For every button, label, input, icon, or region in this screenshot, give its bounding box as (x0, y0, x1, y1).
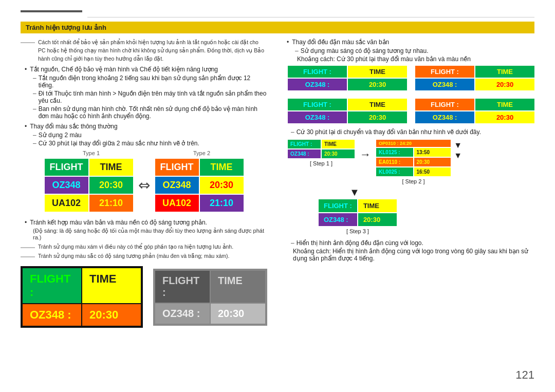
down-arrow1-icon: ▼ (454, 141, 462, 150)
step1-label: [ Step 1 ] (310, 160, 332, 166)
t1-ua-cell: UA102 (45, 195, 88, 212)
s3-r2c1: OZ348 : (319, 213, 357, 226)
bullet3-text: Tránh kết hợp màu văn bản và màu nền có … (30, 219, 207, 226)
bullet-dot-3: • (25, 219, 27, 226)
ra1-2030: 20:30 (348, 79, 407, 90)
step2-block: OP0310 : 24:20 KL0125 : 13:50 EA0110 : 2… (376, 140, 451, 184)
dash-icon: – (33, 105, 36, 120)
t1-2110-cell: 21:10 (89, 195, 133, 212)
s2-r1c2: 13:50 (414, 148, 451, 157)
rb2-flight: FLIGHT : (415, 99, 474, 110)
bb-2030: 20:30 (82, 304, 141, 326)
right-bullet-text: Thay đổi đều đặn màu sắc văn bản (292, 39, 389, 46)
t2-flight-cell: FLIGHT (155, 159, 199, 176)
header-left-bar (21, 10, 82, 12)
footer2-text: Khoảng cách: Hiển thị hình ảnh động cùng… (293, 248, 534, 262)
swap-arrow-icon: ⇔ (138, 177, 150, 194)
dash-icon: – (295, 47, 299, 54)
sub1a-text: Tắt nguồn điện trong khoảng 2 tiếng sau … (39, 74, 267, 89)
bottom-board-black: FLIGHT : TIME OZ348 : 20:30 (21, 266, 143, 328)
dash-icon: – (291, 239, 294, 247)
sub1c-text: Ban nên sử dụng màn hình chờ. Tốt nhất n… (39, 105, 257, 120)
bb-flight: FLIGHT : (23, 268, 81, 303)
s3-r2c2: 20:30 (358, 213, 397, 226)
t2-ua-cell: UA102 (155, 195, 199, 212)
type2-board: FLIGHT TIME OZ348 20:30 UA102 21:10 (155, 159, 244, 212)
t2-2110-cell: 21:10 (200, 195, 244, 212)
type1-board: FLIGHT TIME OZ348 20:30 UA102 21:10 (45, 159, 133, 212)
step3-label: [ Step 3 ] (346, 228, 369, 234)
section-title: Tránh hiện tượng lưu ảnh (21, 22, 534, 33)
s2-r2c2: 20:30 (414, 158, 451, 166)
bg-2030: 20:30 (211, 304, 265, 324)
rb2-time: TIME (475, 99, 534, 110)
dash-icon: – (33, 132, 36, 139)
bullet1-text: Tắt nguồn, Chế độ bảo vệ màn hình và Chế… (30, 66, 218, 73)
right-sub-a: Sử dụng màu sáng có độ sáng tương tự nha… (301, 47, 429, 54)
bg-flight: FLIGHT : (155, 271, 210, 303)
gray-dash2-text: Tránh sử dụng màu sắc có độ sáng tương p… (38, 253, 230, 259)
t1-2030-cell: 20:30 (89, 177, 133, 194)
dash-icon: – (33, 90, 36, 104)
type1-label: Type 1 (83, 150, 100, 156)
down-arrow2-icon: ▼ (454, 151, 462, 160)
s2-r2c1: EA0110 : (376, 158, 413, 166)
s1-r1c1: FLIGHT : (288, 140, 321, 148)
bullet2-text: Thay đổi màu sắc thông thường (30, 123, 117, 130)
s1-r1c2: TIME (322, 140, 355, 148)
gray-dash1-text: Tránh sử dụng màu xám vì điều này có thể… (38, 244, 233, 250)
s3-r1c2: TIME (358, 199, 397, 212)
bb-time: TIME (82, 268, 141, 303)
s2-top: OP0310 : 24:20 (376, 140, 451, 147)
intro-text: Cách tốt nhất để bảo vệ sản phẩm khỏi hi… (38, 39, 267, 63)
rb2-2030: 20:30 (475, 111, 534, 123)
right-board-a1: FLIGHT : TIME OZ348 : 20:30 (288, 66, 407, 90)
ra2-time: TIME (348, 99, 407, 110)
dash-icon: – (291, 128, 294, 136)
rb2-oz: OZ348 : (415, 111, 474, 123)
bg-oz: OZ348 : (155, 304, 210, 324)
step-arrow-right-icon: → (360, 148, 371, 161)
ra1-time: TIME (348, 66, 407, 78)
bg-time: TIME (211, 271, 265, 303)
dash-icon: – (33, 74, 36, 89)
ra1-oz: OZ348 : (288, 79, 347, 90)
step1-block: FLIGHT : TIME OZ348 : 20:30 [ Step 1 ] (288, 140, 355, 166)
type2-label: Type 2 (193, 150, 210, 156)
intro-dash-block: Cách tốt nhất để bảo vệ sản phẩm khỏi hi… (21, 39, 267, 63)
right-board-a2: FLIGHT : TIME OZ348 : 20:30 (288, 99, 407, 123)
dash-icon: – (33, 140, 36, 147)
bullet-dot-2: • (25, 123, 27, 130)
bottom-board-gray: FLIGHT : TIME OZ348 : 20:30 (153, 269, 267, 326)
t1-time-cell: TIME (89, 159, 133, 176)
right-board-b2: FLIGHT : TIME OZ348 : 20:30 (415, 99, 534, 123)
step3-down-arrow-icon: ▼ (349, 186, 360, 198)
step3-block: FLIGHT : TIME OZ348 : 20:30 [ Step 3 ] (319, 199, 397, 234)
rb1-oz: OZ348 : (415, 79, 474, 90)
ra2-oz: OZ348 : (288, 111, 347, 123)
page-number: 121 (515, 368, 534, 382)
t1-flight-cell: FLIGHT (45, 159, 88, 176)
s1-r2c1: OZ348 : (288, 150, 321, 158)
ra2-flight: FLIGHT : (288, 99, 347, 110)
t2-oz-cell: OZ348 (155, 177, 199, 194)
ra2-2030: 20:30 (348, 111, 407, 123)
footer1-text: Hiển thị hình ảnh động đều đặn cùng với … (297, 239, 423, 247)
right-board-b1: FLIGHT : TIME OZ348 : 20:30 (415, 66, 534, 90)
s2-r3c2: 16:50 (414, 167, 451, 176)
ra1-flight: FLIGHT : (288, 66, 347, 78)
t1-oz-cell: OZ348 (45, 177, 88, 194)
bullet-dot-1: • (25, 66, 27, 73)
s3-r1c1: FLIGHT : (319, 199, 357, 212)
right-sub-b: Khoảng cách: Cứ 30 phút lại thay đổi màu… (297, 55, 471, 63)
sub-middle-text: Cứ 30 phút lại di chuyển và thay đổi văn… (297, 128, 481, 136)
s2-r3c1: KL0025 : (376, 167, 413, 176)
bb-oz: OZ348 : (23, 304, 81, 326)
sub2b-text: Cứ 30 phút lại thay đổi giữa 2 màu sắc n… (39, 140, 199, 147)
rb1-2030: 20:30 (475, 79, 534, 90)
s1-r2c2: 20:30 (322, 150, 355, 158)
rb1-time: TIME (475, 66, 534, 78)
rb1-flight: FLIGHT : (415, 66, 474, 78)
t2-time-cell: TIME (200, 159, 244, 176)
t2-2030-cell: 20:30 (200, 177, 244, 194)
